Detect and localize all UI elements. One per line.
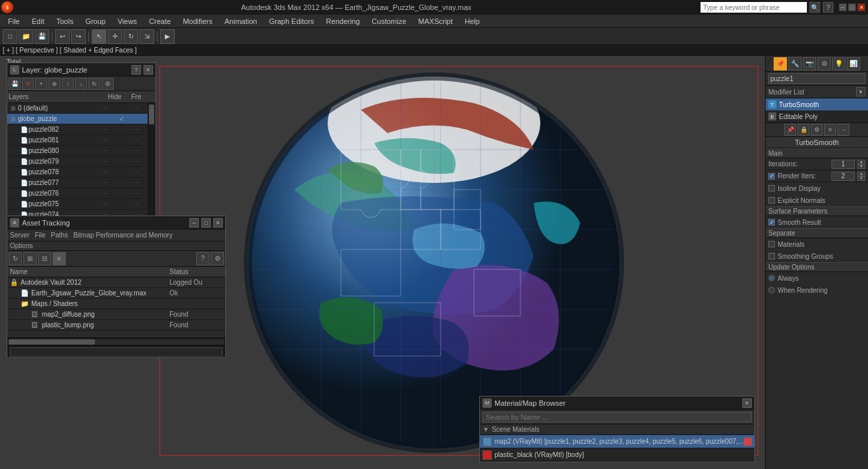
- asset-menu-bitmap[interactable]: Bitmap Performance and Memory: [73, 232, 173, 239]
- asset-help-btn[interactable]: ?: [196, 252, 209, 265]
- layer-save-btn[interactable]: 💾: [9, 78, 21, 90]
- asset-hscroll[interactable]: [7, 337, 225, 345]
- layer-item[interactable]: 📄puzzle078······: [7, 167, 148, 178]
- asset-settings-btn[interactable]: ⚙: [211, 252, 224, 265]
- menu-group[interactable]: Group: [80, 15, 111, 28]
- mat-close-btn[interactable]: ✕: [742, 398, 752, 408]
- layer-check[interactable]: ✓: [117, 115, 126, 122]
- layer-help-button[interactable]: ?: [132, 65, 141, 75]
- isoline-check[interactable]: [768, 185, 775, 192]
- render-iters-value[interactable]: 2: [831, 172, 855, 181]
- mod-config-btn[interactable]: ⚙: [811, 124, 823, 136]
- minimize-button[interactable]: ─: [839, 3, 847, 11]
- layer-item[interactable]: 📄puzzle081······: [7, 135, 148, 146]
- tab-graph[interactable]: 📊: [847, 57, 860, 71]
- layer-item[interactable]: 📄puzzle080······: [7, 146, 148, 156]
- close-button[interactable]: ✕: [857, 3, 865, 11]
- layer-close-button[interactable]: ✕: [144, 65, 153, 75]
- save-button[interactable]: 💾: [35, 29, 49, 44]
- new-button[interactable]: □: [3, 29, 17, 44]
- asset-list[interactable]: 🔒Autodesk Vault 2012Logged Ou📄Earth_Jigs…: [7, 277, 225, 337]
- layer-add-btn[interactable]: +: [35, 78, 47, 90]
- render-button[interactable]: ▶: [160, 29, 175, 44]
- search-input[interactable]: [701, 2, 807, 13]
- asset-restore-btn[interactable]: □: [201, 218, 211, 228]
- materials-check[interactable]: [768, 241, 775, 247]
- menu-maxscript[interactable]: MAXScript: [413, 15, 458, 28]
- object-name-input[interactable]: [768, 73, 865, 84]
- tab-light[interactable]: 💡: [832, 57, 845, 71]
- mod-arrow-btn[interactable]: →: [837, 124, 849, 136]
- layer-delete-btn[interactable]: ✕: [22, 78, 34, 90]
- search-icon[interactable]: 🔍: [810, 2, 820, 13]
- modifier-editpoly[interactable]: E Editable Poly: [766, 110, 868, 122]
- undo-button[interactable]: ↩: [55, 29, 70, 44]
- layer-up-btn[interactable]: ↑: [62, 78, 74, 90]
- mat-item[interactable]: map2 (VRayMtl) [puzzle1, puzzle2, puzzle…: [480, 435, 754, 448]
- layer-merge-btn[interactable]: ⊕: [49, 78, 60, 90]
- layer-panel-header[interactable]: L Layer: globe_puzzle ? ✕: [7, 63, 156, 77]
- tab-camera[interactable]: 📷: [803, 57, 816, 71]
- menu-create[interactable]: Create: [144, 15, 176, 28]
- asset-expand-btn[interactable]: ⊞: [23, 252, 37, 265]
- open-button[interactable]: 📁: [19, 29, 33, 44]
- asset-item[interactable]: 🖼plastic_bump.pngFound: [7, 320, 225, 331]
- asset-minimize-btn[interactable]: ─: [189, 218, 199, 228]
- asset-refresh-btn[interactable]: ↻: [9, 252, 22, 265]
- menu-help[interactable]: Help: [459, 15, 485, 28]
- smoothing-groups-check[interactable]: [768, 253, 775, 259]
- rotate-button[interactable]: ↻: [124, 29, 138, 44]
- menu-edit[interactable]: Edit: [27, 15, 50, 28]
- asset-close-btn[interactable]: ✕: [213, 218, 223, 228]
- when-rendering-radio[interactable]: [768, 287, 775, 293]
- modifier-dropdown-btn[interactable]: ▼: [856, 87, 865, 96]
- menu-graph editors[interactable]: Graph Editors: [264, 15, 320, 28]
- layer-item[interactable]: 📄puzzle075······: [7, 199, 148, 210]
- asset-menu-server[interactable]: Server: [10, 232, 29, 239]
- menu-customize[interactable]: Customize: [366, 15, 411, 28]
- render-iters-spinner[interactable]: ▲ ▼: [857, 172, 865, 181]
- tab-gear[interactable]: ⚙: [817, 57, 831, 71]
- layer-settings-btn[interactable]: ⚙: [102, 78, 114, 90]
- mat-item[interactable]: plastic_black (VRayMtl) [body]: [480, 448, 754, 462]
- layer-item[interactable]: ⊞0 (default)······: [7, 103, 148, 114]
- redo-button[interactable]: ↪: [71, 29, 86, 44]
- render-iters-check[interactable]: [768, 173, 775, 180]
- iterations-spinner[interactable]: ▲ ▼: [857, 160, 865, 169]
- modifier-turbsmooth[interactable]: T TurboSmooth: [766, 98, 868, 110]
- mat-search-input[interactable]: [483, 412, 752, 422]
- select-button[interactable]: ↖: [92, 29, 106, 44]
- asset-item[interactable]: 📄Earth_Jigsaw_Puzzle_Globe_vray.maxOk: [7, 288, 225, 299]
- menu-file[interactable]: File: [3, 15, 25, 28]
- asset-panel-header[interactable]: A Asset Tracking ─ □ ✕: [7, 216, 225, 230]
- move-button[interactable]: ✛: [108, 29, 122, 44]
- menu-rendering[interactable]: Rendering: [321, 15, 366, 28]
- menu-animation[interactable]: Animation: [219, 15, 263, 28]
- explicit-normals-check[interactable]: [768, 197, 775, 204]
- layer-item[interactable]: 📄puzzle079······: [7, 156, 148, 167]
- layer-down-btn[interactable]: ↓: [75, 78, 87, 90]
- smooth-result-check[interactable]: [768, 219, 775, 226]
- tab-wrench[interactable]: 🔧: [788, 57, 802, 71]
- layer-item[interactable]: 📄puzzle077······: [7, 178, 148, 188]
- asset-collapse-btn[interactable]: ⊟: [38, 252, 51, 265]
- iterations-value[interactable]: 1: [831, 160, 855, 169]
- always-radio[interactable]: [768, 275, 775, 281]
- asset-item[interactable]: 🔒Autodesk Vault 2012Logged Ou: [7, 277, 225, 288]
- layer-refresh-btn[interactable]: ↻: [88, 78, 100, 90]
- mod-pin-btn[interactable]: 📌: [784, 124, 796, 136]
- mod-list-btn[interactable]: ≡: [824, 124, 836, 136]
- asset-item[interactable]: 📁Maps / Shaders: [7, 299, 225, 309]
- help-icon[interactable]: ?: [823, 2, 833, 13]
- scale-button[interactable]: ⇲: [140, 29, 154, 44]
- asset-list-btn[interactable]: ≡: [53, 252, 66, 265]
- layer-item[interactable]: 📄puzzle082······: [7, 124, 148, 135]
- layer-item[interactable]: 📄puzzle076······: [7, 188, 148, 199]
- layer-item[interactable]: ⊞globe_puzzle···✓···: [7, 114, 148, 124]
- menu-modifiers[interactable]: Modifiers: [177, 15, 218, 28]
- mod-lock-btn[interactable]: 🔒: [798, 124, 810, 136]
- asset-menu-paths[interactable]: Paths: [51, 232, 68, 239]
- asset-menu-file[interactable]: File: [35, 232, 45, 239]
- menu-tools[interactable]: Tools: [51, 15, 79, 28]
- restore-button[interactable]: □: [848, 3, 856, 11]
